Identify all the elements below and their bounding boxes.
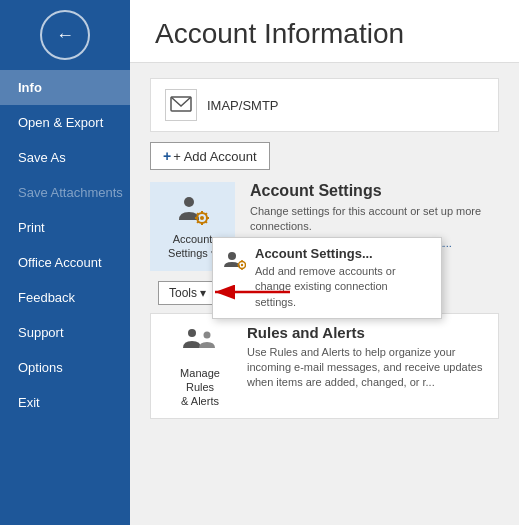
- account-box: IMAP/SMTP: [150, 78, 499, 132]
- sidebar-nav: Info Open & Export Save As Save Attachme…: [0, 70, 130, 420]
- page-title: Account Information: [130, 0, 519, 63]
- svg-point-1: [184, 197, 194, 207]
- account-settings-title: Account Settings: [250, 182, 499, 200]
- rules-icon: [181, 324, 219, 362]
- sidebar-item-office-account[interactable]: Office Account: [0, 245, 130, 280]
- add-icon: +: [163, 148, 171, 164]
- tools-label: Tools: [169, 286, 197, 300]
- account-settings-section: AccountSettings ▾ Account Settings Chang…: [150, 182, 499, 271]
- account-settings-description: Change settings for this account or set …: [250, 204, 499, 235]
- main-panel: Account Information IMAP/SMTP + + Add Ac…: [130, 0, 519, 525]
- sidebar-item-exit[interactable]: Exit: [0, 385, 130, 420]
- svg-point-22: [204, 331, 211, 338]
- sidebar-item-save-attachments: Save Attachments: [0, 175, 130, 210]
- add-account-label: + Add Account: [173, 149, 256, 164]
- back-button[interactable]: ←: [40, 10, 90, 60]
- back-icon: ←: [56, 25, 74, 46]
- sidebar-item-support[interactable]: Support: [0, 315, 130, 350]
- sidebar-item-info[interactable]: Info: [0, 70, 130, 105]
- sidebar-item-feedback[interactable]: Feedback: [0, 280, 130, 315]
- svg-line-11: [205, 213, 206, 214]
- sidebar: ← Info Open & Export Save As Save Attach…: [0, 0, 130, 525]
- rules-description: Use Rules and Alerts to help organize yo…: [247, 345, 484, 391]
- svg-line-8: [197, 213, 198, 214]
- svg-point-21: [188, 329, 196, 337]
- svg-point-12: [228, 252, 236, 260]
- dropdown-title: Account Settings...: [255, 246, 431, 261]
- main-content: IMAP/SMTP + + Add Account: [130, 63, 519, 434]
- account-type-label: IMAP/SMTP: [207, 98, 279, 113]
- manage-rules-button[interactable]: Manage Rules& Alerts: [165, 324, 235, 409]
- sidebar-item-print[interactable]: Print: [0, 210, 130, 245]
- account-type-icon: [165, 89, 197, 121]
- rules-section: Manage Rules& Alerts Rules and Alerts Us…: [150, 313, 499, 420]
- rules-title: Rules and Alerts: [247, 324, 484, 341]
- imap-icon: [170, 94, 192, 116]
- arrow-indicator: [205, 277, 295, 311]
- svg-line-9: [205, 222, 206, 223]
- sidebar-item-options[interactable]: Options: [0, 350, 130, 385]
- sidebar-item-save-as[interactable]: Save As: [0, 140, 130, 175]
- manage-rules-label: Manage Rules& Alerts: [165, 366, 235, 409]
- account-settings-icon: [175, 192, 211, 228]
- account-settings-btn-label: AccountSettings ▾: [168, 232, 217, 261]
- svg-line-10: [197, 222, 198, 223]
- dropdown-settings-icon: [223, 248, 247, 272]
- svg-point-14: [241, 264, 243, 266]
- rules-text: Rules and Alerts Use Rules and Alerts to…: [247, 324, 484, 391]
- add-account-button[interactable]: + + Add Account: [150, 142, 270, 170]
- sidebar-item-open-export[interactable]: Open & Export: [0, 105, 130, 140]
- svg-point-3: [200, 216, 204, 220]
